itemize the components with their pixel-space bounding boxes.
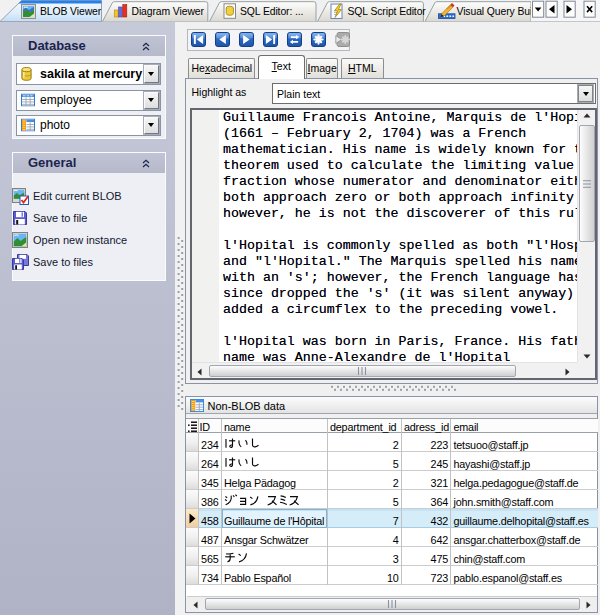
svg-text:SQL Script Editor: SQL Script Editor xyxy=(348,6,427,17)
svg-text:Visual Query Build: Visual Query Build xyxy=(457,6,541,17)
svg-text:SQL Editor: ...: SQL Editor: ... xyxy=(240,6,303,17)
svg-text:Diagram Viewer: Diagram Viewer xyxy=(132,6,205,17)
svg-text:BLOB Viewer: BLOB Viewer xyxy=(40,6,102,17)
